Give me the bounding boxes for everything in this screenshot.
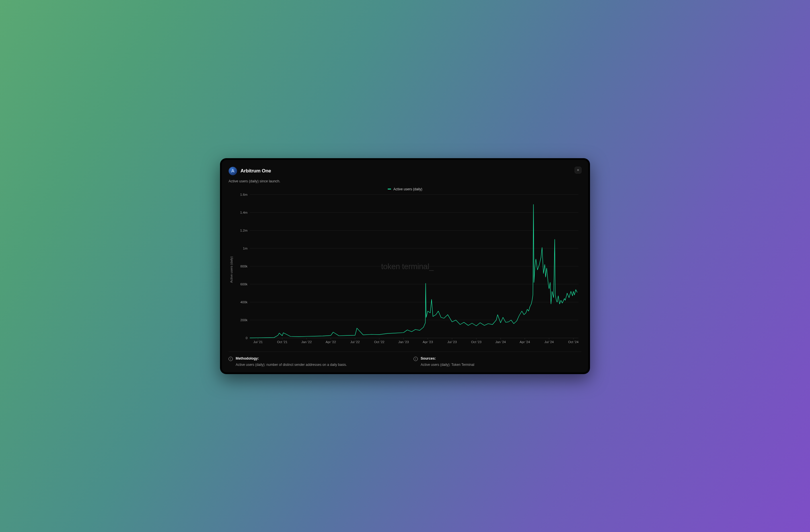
methodology-box: i Methodology: Active users (daily): num…	[229, 356, 396, 367]
svg-text:800k: 800k	[240, 265, 248, 268]
page-title: Arbitrum One	[241, 168, 271, 174]
svg-text:Apr '22: Apr '22	[326, 340, 336, 344]
sources-heading: Sources:	[421, 356, 474, 361]
svg-text:1.4m: 1.4m	[240, 211, 248, 214]
chart-legend: Active users (daily)	[229, 187, 581, 191]
y-axis-title: Active users (daily)	[229, 256, 233, 283]
svg-text:Jul '24: Jul '24	[545, 340, 554, 344]
close-icon: ✕	[577, 168, 580, 172]
chart-svg: 0200k400k600k800k1m1.2m1.4m1.6mJul '21Oc…	[233, 193, 581, 347]
svg-text:1.6m: 1.6m	[240, 193, 248, 196]
svg-text:200k: 200k	[240, 318, 248, 322]
svg-text:Jul '22: Jul '22	[350, 340, 360, 344]
svg-text:Jul '23: Jul '23	[448, 340, 457, 344]
title-row: Arbitrum One	[229, 167, 280, 175]
svg-text:Oct '24: Oct '24	[568, 340, 578, 344]
svg-text:Jan '24: Jan '24	[495, 340, 506, 344]
svg-text:600k: 600k	[240, 283, 248, 286]
svg-text:1.2m: 1.2m	[240, 229, 248, 232]
sources-body: Active users (daily): Token Terminal	[421, 363, 474, 367]
header: Arbitrum One Active users (daily) since …	[229, 167, 581, 183]
footer: i Methodology: Active users (daily): num…	[229, 352, 581, 367]
svg-text:1m: 1m	[243, 247, 248, 250]
methodology-heading: Methodology:	[236, 356, 347, 361]
svg-text:Oct '21: Oct '21	[277, 340, 288, 344]
info-icon: i	[229, 357, 233, 361]
info-icon: i	[414, 357, 418, 361]
svg-text:400k: 400k	[240, 300, 248, 304]
svg-text:Jan '22: Jan '22	[301, 340, 312, 344]
arbitrum-glyph-icon	[230, 168, 236, 173]
svg-text:Apr '23: Apr '23	[423, 340, 433, 344]
close-button[interactable]: ✕	[574, 167, 581, 173]
legend-series-label: Active users (daily)	[393, 187, 422, 191]
svg-text:0: 0	[246, 336, 247, 340]
device-frame: Arbitrum One Active users (daily) since …	[220, 158, 590, 374]
app-screen: Arbitrum One Active users (daily) since …	[222, 160, 588, 372]
svg-text:Oct '22: Oct '22	[374, 340, 384, 344]
sources-box: i Sources: Active users (daily): Token T…	[414, 356, 581, 367]
legend-swatch-icon	[388, 189, 391, 189]
svg-text:Jan '23: Jan '23	[398, 340, 409, 344]
svg-text:Apr '24: Apr '24	[520, 340, 530, 344]
arbitrum-logo-icon	[229, 167, 237, 175]
chart-plot: token terminal_ 0200k400k600k800k1m1.2m1…	[233, 193, 581, 347]
chart-area: Active users (daily) token terminal_ 020…	[229, 193, 581, 347]
methodology-body: Active users (daily): number of distinct…	[236, 363, 347, 367]
svg-text:Oct '23: Oct '23	[471, 340, 481, 344]
svg-text:Jul '21: Jul '21	[253, 340, 263, 344]
page-subtitle: Active users (daily) since launch.	[229, 179, 280, 183]
